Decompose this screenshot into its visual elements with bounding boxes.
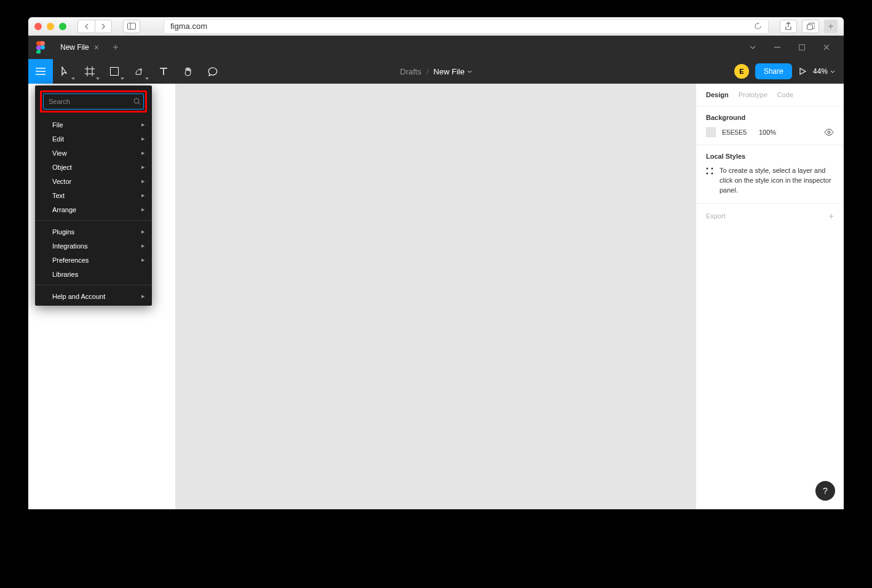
file-tab[interactable]: New File × — [53, 36, 106, 59]
share-button[interactable]: Share — [755, 63, 792, 79]
present-button[interactable] — [798, 67, 807, 76]
breadcrumb-drafts[interactable]: Drafts — [400, 67, 422, 76]
traffic-lights — [34, 23, 66, 30]
help-button[interactable]: ? — [815, 481, 835, 501]
tab-bar: New File × + — [28, 36, 844, 59]
figma-app: New File × + Drafts / New File — [28, 36, 844, 509]
svg-point-21 — [134, 98, 139, 103]
export-add-button[interactable]: + — [829, 211, 834, 221]
chevron-down-icon[interactable] — [747, 44, 759, 50]
tab-close-icon[interactable]: × — [94, 42, 99, 52]
shape-tool[interactable] — [102, 59, 127, 84]
menu-divider — [35, 220, 152, 221]
window-controls — [747, 44, 844, 50]
main-area: Design Prototype Code Background E5E5E5 … — [28, 84, 844, 509]
export-label: Export — [706, 212, 726, 220]
svg-rect-13 — [111, 68, 119, 76]
zoom-label: 44% — [813, 67, 828, 76]
menu-item-view[interactable]: View — [35, 146, 152, 160]
menu-item-vector[interactable]: Vector — [35, 174, 152, 188]
menu-item-integrations[interactable]: Integrations — [35, 239, 152, 253]
background-row: E5E5E5 100% — [706, 127, 834, 137]
tab-design[interactable]: Design — [706, 91, 729, 98]
menu-item-object[interactable]: Object — [35, 160, 152, 174]
close-window-button[interactable] — [34, 23, 42, 30]
menu-item-arrange[interactable]: Arrange — [35, 202, 152, 217]
browser-right-controls: + — [780, 20, 838, 33]
maximize-icon[interactable] — [796, 44, 808, 50]
url-text: figma.com — [170, 22, 207, 31]
share-browser-button[interactable] — [780, 20, 797, 33]
menu-search-input[interactable] — [49, 98, 133, 105]
local-styles-hint-row: To create a style, select a layer and cl… — [706, 166, 834, 196]
background-color-swatch[interactable] — [706, 127, 716, 137]
svg-rect-5 — [799, 45, 805, 50]
frame-tool[interactable] — [77, 59, 102, 84]
pen-tool[interactable] — [127, 59, 151, 84]
tab-code[interactable]: Code — [777, 91, 793, 98]
breadcrumb: Drafts / New File — [400, 67, 472, 76]
menu-item-text[interactable]: Text — [35, 188, 152, 202]
menu-search-container — [43, 93, 144, 109]
svg-rect-0 — [128, 23, 136, 30]
visibility-toggle-icon[interactable] — [824, 129, 834, 136]
svg-point-17 — [707, 168, 708, 170]
search-highlight-annotation — [40, 90, 147, 113]
hand-tool[interactable] — [176, 59, 200, 84]
background-hex[interactable]: E5E5E5 — [722, 129, 753, 136]
local-styles-hint: To create a style, select a layer and cl… — [719, 166, 834, 196]
add-tab-button[interactable]: + — [106, 42, 125, 53]
svg-point-3 — [41, 46, 45, 50]
svg-rect-2 — [807, 25, 812, 30]
svg-point-18 — [711, 168, 713, 170]
local-styles-section: Local Styles To create a style, select a… — [696, 145, 844, 204]
export-section: Export + — [696, 204, 844, 228]
right-panel: Design Prototype Code Background E5E5E5 … — [696, 84, 844, 509]
local-styles-title: Local Styles — [706, 153, 834, 160]
maximize-window-button[interactable] — [59, 23, 66, 30]
text-tool[interactable] — [151, 59, 176, 84]
minimize-window-button[interactable] — [47, 23, 54, 30]
close-icon[interactable] — [820, 44, 833, 50]
background-title: Background — [706, 114, 834, 121]
menu-item-preferences[interactable]: Preferences — [35, 253, 152, 267]
menu-item-file[interactable]: File — [35, 117, 152, 132]
tab-title: New File — [60, 43, 89, 52]
browser-chrome: figma.com + — [28, 17, 844, 36]
zoom-control[interactable]: 44% — [813, 67, 835, 76]
right-panel-tabs: Design Prototype Code — [696, 84, 844, 106]
menu-item-libraries[interactable]: Libraries — [35, 267, 152, 281]
new-tab-button[interactable]: + — [824, 20, 838, 33]
menu-divider — [35, 285, 152, 285]
menu-item-plugins[interactable]: Plugins — [35, 224, 152, 239]
tabs-browser-button[interactable] — [802, 20, 819, 33]
style-grid-icon — [706, 167, 713, 175]
background-section: Background E5E5E5 100% — [696, 106, 844, 145]
tab-prototype[interactable]: Prototype — [739, 91, 767, 98]
minimize-icon[interactable] — [771, 44, 783, 50]
move-tool[interactable] — [53, 59, 77, 84]
svg-point-19 — [707, 173, 708, 175]
nav-buttons — [77, 20, 112, 33]
breadcrumb-file-label: New File — [434, 67, 465, 76]
figma-logo-icon[interactable] — [28, 36, 53, 59]
svg-point-16 — [828, 131, 830, 133]
chevron-down-icon — [830, 70, 835, 73]
refresh-icon[interactable] — [754, 22, 762, 30]
back-button[interactable] — [77, 20, 95, 33]
menu-item-help-and-account[interactable]: Help and Account — [35, 289, 152, 303]
background-opacity[interactable]: 100% — [759, 129, 783, 136]
canvas[interactable] — [176, 84, 696, 509]
chevron-down-icon — [467, 70, 472, 73]
toolbar-right: E Share 44% — [734, 63, 844, 79]
svg-line-22 — [138, 103, 140, 105]
menu-item-edit[interactable]: Edit — [35, 132, 152, 146]
breadcrumb-file[interactable]: New File — [434, 67, 472, 76]
user-avatar[interactable]: E — [734, 64, 749, 79]
main-menu-dropdown: FileEditViewObjectVectorTextArrangePlugi… — [35, 85, 152, 306]
main-menu-button[interactable] — [28, 59, 53, 84]
forward-button[interactable] — [95, 20, 112, 33]
comment-tool[interactable] — [200, 59, 225, 84]
url-bar[interactable]: figma.com — [164, 19, 769, 34]
sidebar-toggle-button[interactable] — [123, 20, 140, 33]
